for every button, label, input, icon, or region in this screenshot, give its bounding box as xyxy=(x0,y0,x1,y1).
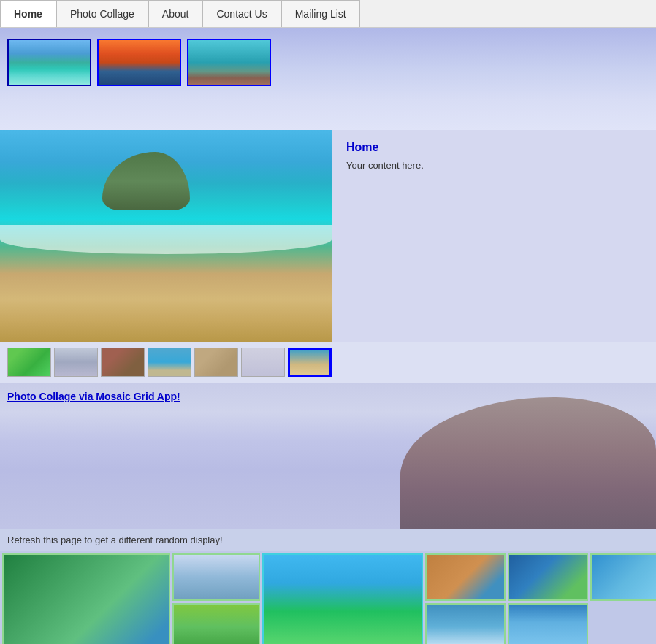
rocks-background: Photo Collage via Mosaic Grid App! xyxy=(0,383,656,529)
strip-thumb-4[interactable] xyxy=(148,348,191,377)
header-thumbnails xyxy=(7,35,271,86)
content-text-area: Home Your content here. xyxy=(332,130,656,342)
header-area xyxy=(0,28,656,130)
thumbnail-strip xyxy=(0,342,656,383)
nav-item-about[interactable]: About xyxy=(148,0,203,27)
nav-item-home[interactable]: Home xyxy=(0,0,56,27)
page-title: Home xyxy=(346,141,641,154)
strip-thumb-2[interactable] xyxy=(54,348,98,377)
header-thumb-1[interactable] xyxy=(7,39,91,86)
photo-grid xyxy=(0,551,656,644)
page-body: Your content here. xyxy=(346,160,641,171)
strip-thumb-3[interactable] xyxy=(101,348,145,377)
header-thumb-3[interactable] xyxy=(187,39,271,86)
strip-thumb-6[interactable] xyxy=(241,348,285,377)
navigation: Home Photo Collage About Contact Us Mail… xyxy=(0,0,656,28)
main-content: Home Your content here. xyxy=(0,130,656,342)
refresh-message: Refresh this page to get a different ran… xyxy=(0,529,656,551)
header-thumb-2[interactable] xyxy=(97,39,181,86)
grid-cell-3[interactable] xyxy=(262,553,423,644)
grid-cell-9[interactable] xyxy=(508,603,588,644)
grid-cell-2[interactable] xyxy=(172,553,260,601)
grid-cell-7[interactable] xyxy=(172,603,260,644)
grid-cell-6[interactable] xyxy=(590,553,656,601)
collage-label-area: Photo Collage via Mosaic Grid App! xyxy=(0,383,656,407)
strip-thumb-5[interactable] xyxy=(194,348,238,377)
nav-item-contact-us[interactable]: Contact Us xyxy=(202,0,281,27)
grid-cell-8[interactable] xyxy=(425,603,506,644)
strip-thumb-1[interactable] xyxy=(7,348,51,377)
grid-cell-5[interactable] xyxy=(508,553,588,601)
grid-cell-4[interactable] xyxy=(425,553,506,601)
nav-item-mailing-list[interactable]: Mailing List xyxy=(281,0,360,27)
collage-link[interactable]: Photo Collage via Mosaic Grid App! xyxy=(7,391,180,402)
grid-cell-1[interactable] xyxy=(2,553,170,644)
main-beach-image xyxy=(0,130,332,342)
strip-thumb-7[interactable] xyxy=(288,348,332,377)
nav-item-photo-collage[interactable]: Photo Collage xyxy=(56,0,148,27)
beach-scene xyxy=(0,130,332,342)
